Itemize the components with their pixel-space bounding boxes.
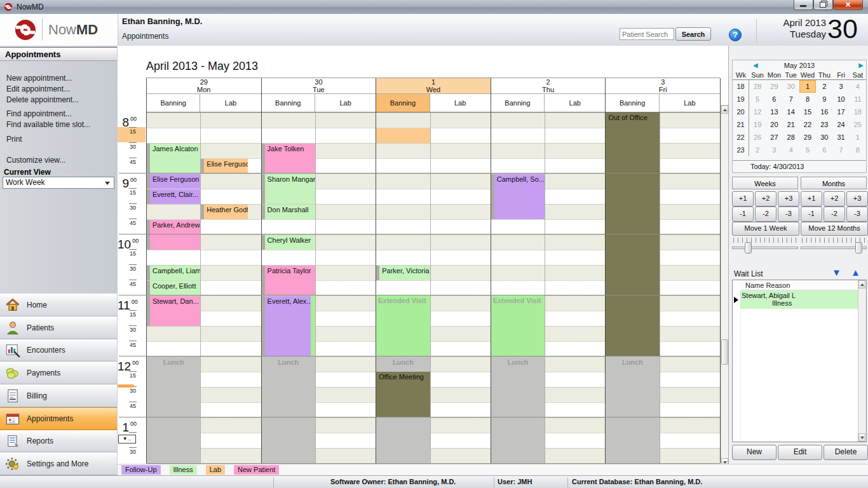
sidebar-item-encounters[interactable]: Encounters [0,339,117,362]
months-slider-thumb[interactable] [855,242,862,254]
day-header[interactable]: 2ThuBanningLab [491,78,606,112]
mini-calendar-day[interactable]: 24 [832,118,849,131]
staff-column-header-lab[interactable]: Lab [660,94,720,112]
sidebar-item-patients[interactable]: Patients [0,316,117,339]
sidebar-menu-item[interactable]: Find available time slot... [6,120,90,129]
extended-visit-block[interactable]: Extended Visit [491,295,545,356]
sidebar-menu-item[interactable]: Edit appointment... [6,85,70,93]
prev-month-icon[interactable]: ◀ [753,62,758,69]
edit-waitlist-button[interactable]: Edit [778,445,822,460]
weeks-slider-thumb[interactable] [745,242,752,254]
appointment[interactable]: Heather Godf... [201,205,248,219]
staff-column-header-lab[interactable]: Lab [430,94,491,112]
weeks-slider-track[interactable] [732,247,798,249]
mini-calendar-day[interactable]: 3 [832,80,849,93]
mini-calendar-day[interactable]: 7 [783,93,799,105]
day-column[interactable]: LunchJames AlcatonElise FergusonEverett,… [146,112,261,463]
mini-calendar-day[interactable]: 17 [832,105,849,118]
staff-column-header-banning[interactable]: Banning [262,94,315,112]
close-button[interactable] [833,0,863,10]
mini-calendar-day[interactable]: 21 [783,118,799,131]
sidebar-menu-item[interactable]: New appointment... [6,74,72,83]
mini-calendar-day[interactable]: 4 [783,144,799,156]
day-header[interactable]: 29MonBanningLab [146,78,261,112]
sidebar-item-billing[interactable]: Billing [0,384,117,407]
mini-calendar-day[interactable]: 7 [832,144,849,156]
mini-calendar-day[interactable]: 8 [850,144,866,156]
mini-calendar-day[interactable]: 23 [816,118,832,131]
lunch-block[interactable]: Lunch [147,356,200,463]
mini-calendar-day[interactable]: 10 [832,93,849,105]
weeks-plus-button[interactable]: +2 [755,191,776,207]
mini-calendar-day[interactable]: 16 [816,105,832,118]
appointment[interactable]: James Alcaton [147,144,200,173]
busy-block[interactable]: Office Meeting [376,372,430,417]
appointment[interactable]: Everett, Alex... [262,296,315,356]
new-waitlist-button[interactable]: New [732,445,776,460]
mini-calendar-day[interactable]: 13 [766,105,782,118]
staff-column-header-lab[interactable]: Lab [315,94,376,112]
staff-column-header-banning[interactable]: Banning [376,94,430,112]
weeks-minus-button[interactable]: -1 [732,207,754,222]
weeks-minus-button[interactable]: -2 [755,207,776,222]
mini-calendar-day[interactable]: 6 [816,144,832,156]
appointment[interactable]: Elise Ferguson [201,159,248,173]
appointment[interactable]: Parker, Andrew [147,220,200,250]
months-plus-button[interactable]: +3 [846,191,868,207]
day-column[interactable]: LunchOut of Office [605,112,720,463]
mini-calendar-day[interactable]: 2 [749,144,766,156]
months-minus-button[interactable]: -1 [801,207,822,222]
day-column[interactable]: LunchOffice MeetingExtended VisitParker,… [376,112,491,463]
mini-calendar-day[interactable]: 18 [850,105,866,118]
extended-visit-block[interactable] [311,295,315,356]
mini-calendar-day[interactable]: 5 [799,144,816,156]
waitlist-move-down-icon[interactable]: ▼ [832,267,841,278]
weeks-plus-button[interactable]: +3 [778,191,799,207]
months-minus-button[interactable]: -2 [824,207,845,222]
mini-calendar-day[interactable]: 11 [850,93,866,105]
waitlist-scrollbar[interactable] [858,280,866,442]
appointment[interactable]: Everett, Clair... [147,189,200,204]
mini-calendar-day[interactable]: 6 [766,93,782,105]
mini-calendar-day[interactable]: 29 [766,80,782,93]
appointment[interactable]: Jake Tolken [262,144,315,173]
months-plus-button[interactable]: +2 [824,191,845,207]
mini-calendar-day[interactable]: 15 [799,105,816,118]
sidebar-item-payments[interactable]: Payments [0,362,117,384]
mini-calendar-day[interactable]: 19 [749,118,766,131]
gutter-overflow-button[interactable]: ▼... [118,435,136,444]
mini-calendar-day[interactable]: 3 [766,144,782,156]
months-minus-button[interactable]: -3 [846,207,868,222]
months-plus-button[interactable]: +1 [801,191,822,207]
appointment[interactable]: Cheryl Walker [262,235,315,250]
lunch-block[interactable]: Lunch [491,356,545,463]
mini-calendar-day[interactable]: 4 [850,80,866,93]
mini-calendar-day[interactable]: 31 [832,131,849,144]
busy-block[interactable]: Out of Office [606,112,659,356]
appointment[interactable]: Stewart, Dan... [147,296,200,326]
mini-calendar-day[interactable]: 1 [799,80,816,93]
day-header[interactable]: 3FriBanningLab [605,78,720,112]
mini-calendar-day[interactable]: 30 [783,80,799,93]
waitlist-scroll-down-icon[interactable] [858,433,865,442]
mini-calendar-day[interactable]: 28 [783,131,799,144]
appointment[interactable]: Elise Ferguson [147,174,200,189]
staff-column-header-banning[interactable]: Banning [147,94,200,112]
day-column[interactable]: LunchExtended VisitCampbell, So... [491,112,606,463]
mini-calendar-day[interactable]: 27 [766,131,782,144]
delete-waitlist-button[interactable]: Delete [824,445,868,460]
sidebar-menu-item[interactable]: Delete appointment... [6,95,79,104]
search-button[interactable]: Search [675,27,711,41]
waitlist-entry[interactable]: Stewart, Abigail LIllness [740,290,858,309]
move-months-button[interactable]: Move 12 Months [801,222,868,236]
appointment[interactable]: Don Marshall [262,205,315,219]
weeks-plus-button[interactable]: +1 [732,191,754,207]
sidebar-item-reports[interactable]: Reports [0,430,117,453]
appointment[interactable]: Campbell, So... [491,174,545,219]
mini-calendar-day[interactable]: 1 [850,131,866,144]
selected-time-slot[interactable] [376,128,430,143]
weeks-minus-button[interactable]: -3 [778,207,799,222]
sidebar-item-appointments[interactable]: Appointments [0,407,117,430]
next-month-icon[interactable]: ▶ [858,62,864,69]
sidebar-item-settings[interactable]: Settings and More [0,452,117,475]
